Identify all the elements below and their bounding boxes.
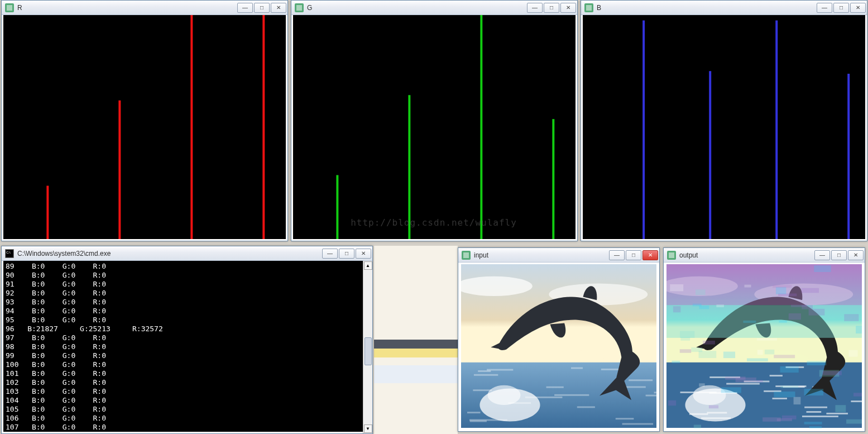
- cmd-icon: [5, 249, 14, 258]
- window-title: R: [17, 4, 234, 12]
- close-button[interactable]: ✕: [356, 249, 371, 259]
- svg-rect-104: [791, 305, 807, 307]
- maximize-button[interactable]: □: [339, 249, 354, 259]
- svg-rect-80: [666, 305, 862, 338]
- minimize-button[interactable]: —: [817, 3, 832, 13]
- minimize-button[interactable]: —: [527, 3, 543, 13]
- svg-rect-138: [699, 351, 717, 358]
- svg-rect-61: [806, 411, 821, 413]
- titlebar-b[interactable]: B — □ ✕: [581, 1, 867, 15]
- svg-rect-125: [694, 425, 701, 428]
- svg-point-76: [693, 385, 726, 405]
- window-b-histogram[interactable]: B — □ ✕: [581, 0, 867, 241]
- svg-rect-120: [736, 378, 756, 382]
- window-output-image[interactable]: output — □ ✕: [663, 247, 865, 432]
- svg-rect-82: [673, 306, 680, 312]
- svg-rect-96: [807, 361, 826, 365]
- maximize-button[interactable]: □: [626, 250, 641, 260]
- svg-rect-67: [802, 416, 838, 417]
- svg-rect-136: [794, 397, 801, 404]
- svg-rect-35: [622, 423, 654, 425]
- maximize-button[interactable]: □: [831, 250, 847, 260]
- minimize-button[interactable]: —: [814, 250, 830, 260]
- svg-rect-130: [670, 284, 683, 291]
- app-icon: [295, 3, 304, 12]
- close-button[interactable]: ✕: [560, 3, 576, 13]
- svg-rect-4: [118, 101, 121, 239]
- window-g-histogram[interactable]: G — □ ✕: [291, 0, 578, 241]
- svg-rect-134: [721, 387, 741, 393]
- svg-rect-137: [779, 321, 787, 323]
- close-button[interactable]: ✕: [848, 250, 864, 260]
- minimize-button[interactable]: —: [237, 3, 253, 13]
- window-input-image[interactable]: input — □ ✕: [458, 247, 660, 432]
- app-icon: [5, 3, 14, 12]
- titlebar-cmd[interactable]: C:\Windows\system32\cmd.exe — □ ✕: [2, 246, 372, 261]
- svg-rect-139: [699, 383, 704, 387]
- svg-rect-115: [757, 338, 777, 340]
- svg-point-47: [488, 385, 521, 405]
- scroll-down-icon[interactable]: ▼: [364, 425, 372, 433]
- svg-rect-123: [693, 304, 702, 307]
- svg-rect-32: [577, 406, 595, 408]
- window-title: output: [679, 251, 811, 259]
- cmd-scrollbar[interactable]: ▲ ▼: [363, 261, 372, 433]
- svg-rect-127: [680, 331, 694, 338]
- maximize-button[interactable]: □: [833, 3, 849, 13]
- maximize-button[interactable]: □: [254, 3, 270, 13]
- svg-rect-116: [781, 385, 799, 388]
- window-title: G: [307, 4, 524, 12]
- scroll-thumb[interactable]: [365, 337, 372, 365]
- svg-rect-6: [262, 15, 265, 239]
- svg-rect-69: [770, 375, 783, 376]
- close-button[interactable]: ✕: [642, 250, 658, 260]
- svg-rect-41: [554, 394, 589, 396]
- titlebar-r[interactable]: R — □ ✕: [2, 1, 287, 15]
- svg-rect-131: [672, 361, 680, 363]
- titlebar-input[interactable]: input — □ ✕: [458, 248, 659, 263]
- svg-rect-60: [804, 407, 827, 408]
- svg-rect-88: [668, 400, 676, 406]
- window-title: input: [474, 251, 606, 259]
- svg-rect-43: [571, 368, 583, 369]
- svg-rect-112: [680, 349, 691, 352]
- svg-rect-31: [473, 389, 492, 391]
- maximize-button[interactable]: □: [544, 3, 559, 13]
- svg-rect-135: [763, 417, 781, 422]
- titlebar-output[interactable]: output — □ ✕: [664, 248, 865, 263]
- titlebar-g[interactable]: G — □ ✕: [291, 1, 577, 15]
- svg-rect-99: [780, 366, 798, 373]
- minimize-button[interactable]: —: [322, 249, 338, 259]
- svg-rect-12: [480, 15, 482, 239]
- svg-rect-103: [765, 350, 774, 354]
- scroll-up-icon[interactable]: ▲: [364, 261, 372, 270]
- svg-rect-109: [861, 411, 862, 413]
- window-cmd[interactable]: C:\Windows\system32\cmd.exe — □ ✕ 89 B:0…: [1, 246, 373, 434]
- output-image: [665, 263, 863, 430]
- app-icon: [667, 251, 676, 260]
- svg-rect-140: [856, 326, 862, 333]
- svg-rect-92: [774, 355, 795, 358]
- svg-rect-118: [846, 419, 862, 424]
- svg-rect-107: [804, 422, 822, 425]
- histogram-r-canvas: [3, 15, 286, 239]
- svg-rect-3: [46, 186, 49, 239]
- svg-rect-105: [782, 416, 797, 419]
- svg-rect-100: [716, 304, 724, 307]
- svg-rect-11: [408, 95, 410, 239]
- window-r-histogram[interactable]: R — □ ✕: [1, 0, 288, 241]
- svg-rect-110: [774, 392, 795, 397]
- app-icon: [462, 251, 471, 260]
- svg-rect-58: [826, 413, 848, 414]
- svg-rect-22: [463, 252, 469, 258]
- svg-rect-85: [696, 289, 706, 295]
- window-title: B: [597, 4, 813, 12]
- svg-rect-19: [775, 21, 778, 239]
- editor-background-stripes: [374, 246, 458, 434]
- close-button[interactable]: ✕: [271, 3, 286, 13]
- window-title: C:\Windows\system32\cmd.exe: [17, 250, 319, 257]
- close-button[interactable]: ✕: [850, 3, 866, 13]
- svg-rect-44: [467, 412, 481, 413]
- svg-rect-106: [822, 371, 842, 375]
- minimize-button[interactable]: —: [609, 250, 625, 260]
